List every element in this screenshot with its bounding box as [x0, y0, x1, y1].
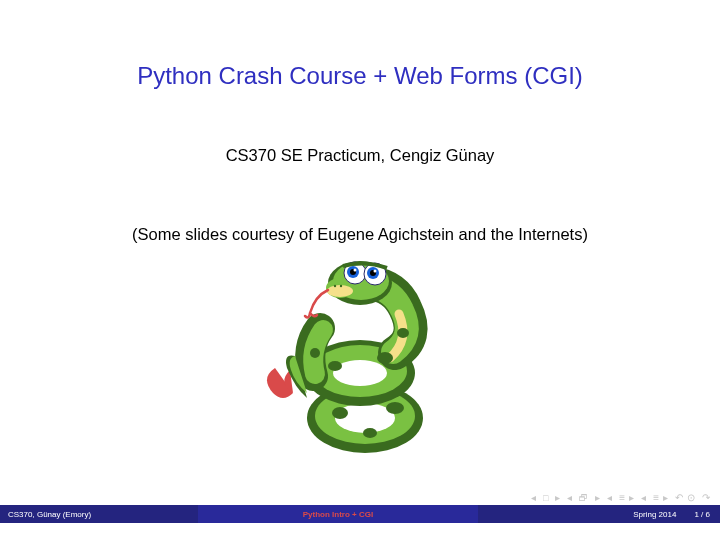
svg-point-22	[397, 328, 409, 338]
svg-point-24	[386, 402, 404, 414]
beamer-nav-icons[interactable]: 🗗 ≡ ≡ ↶ ⊙ ↷	[531, 492, 708, 503]
svg-point-19	[340, 285, 342, 287]
nav-next-slide-icon[interactable]	[629, 492, 635, 503]
nav-next-icon[interactable]	[555, 492, 561, 503]
nav-prev-sub-icon[interactable]	[567, 492, 573, 503]
nav-search-icon[interactable]: ⊙	[687, 492, 696, 503]
nav-subsection-icon[interactable]: 🗗	[579, 493, 589, 503]
footer-title: Python Intro + CGI	[198, 505, 478, 523]
footer-right: Spring 2014 1 / 6	[478, 505, 720, 523]
svg-point-21	[377, 352, 393, 364]
svg-point-23	[332, 407, 348, 419]
nav-lines2-icon[interactable]: ≡	[653, 492, 657, 503]
slide-credits: (Some slides courtesy of Eugene Agichste…	[0, 225, 720, 244]
footer-author: CS370, Günay (Emory)	[0, 505, 198, 523]
nav-next-sub-icon[interactable]	[595, 492, 601, 503]
footer-bar: CS370, Günay (Emory) Python Intro + CGI …	[0, 505, 720, 523]
footer-page: 1 / 6	[694, 510, 710, 519]
nav-back-icon[interactable]	[641, 492, 647, 503]
nav-first-icon[interactable]	[531, 492, 537, 503]
slide-subtitle: CS370 SE Practicum, Cengiz Günay	[0, 146, 720, 165]
nav-forward-icon[interactable]	[663, 492, 669, 503]
nav-section-icon[interactable]	[543, 492, 549, 503]
nav-undo-icon[interactable]: ↶	[675, 492, 681, 503]
svg-point-16	[354, 269, 357, 272]
svg-point-17	[374, 270, 377, 273]
nav-redo-icon[interactable]: ↷	[702, 492, 708, 503]
nav-lines-icon[interactable]: ≡	[619, 492, 623, 503]
svg-point-25	[363, 428, 377, 438]
svg-point-9	[327, 285, 353, 297]
svg-point-26	[310, 348, 320, 358]
slide-title: Python Crash Course + Web Forms (CGI)	[0, 0, 720, 90]
nav-prev-slide-icon[interactable]	[607, 492, 613, 503]
snake-image	[0, 258, 720, 462]
svg-point-20	[328, 361, 342, 371]
footer-term: Spring 2014	[633, 510, 676, 519]
svg-point-18	[334, 285, 336, 287]
slide-title-page: Python Crash Course + Web Forms (CGI) CS…	[0, 0, 720, 541]
